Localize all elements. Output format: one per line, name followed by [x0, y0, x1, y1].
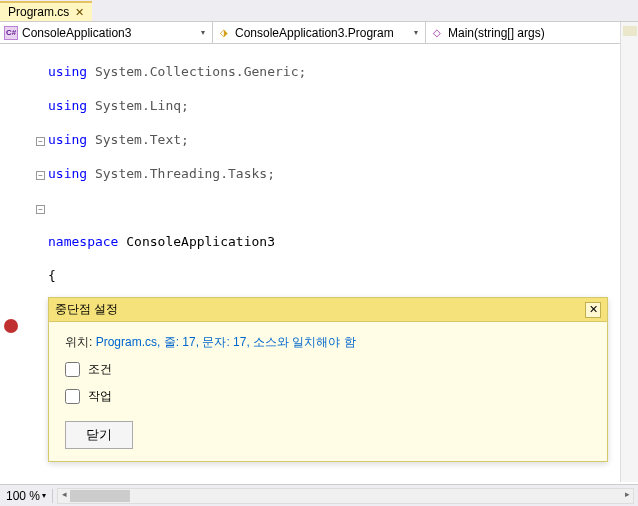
- close-icon[interactable]: ✕: [75, 6, 84, 19]
- condition-checkbox-row[interactable]: 조건: [65, 361, 591, 378]
- horizontal-scrollbar[interactable]: ◂ ▸: [57, 488, 634, 504]
- editor-gutter: − − −: [0, 44, 48, 484]
- code-text: System.Linq;: [87, 98, 189, 113]
- scroll-left-arrow[interactable]: ◂: [58, 489, 70, 503]
- tab-bar: Program.cs ✕: [0, 0, 638, 22]
- breakpoint-settings-panel: 중단점 설정 ✕ 위치: Program.cs, 줄: 17, 문자: 17, …: [48, 297, 608, 462]
- nav-class-label: ConsoleApplication3.Program: [235, 26, 394, 40]
- ruler-mark: [623, 26, 637, 36]
- scrollbar-thumb[interactable]: [70, 490, 130, 502]
- code-text: System.Text;: [87, 132, 189, 147]
- zoom-dropdown[interactable]: 100 % ▾: [0, 489, 53, 503]
- code-text: System.Threading.Tasks;: [87, 166, 275, 181]
- tab-label: Program.cs: [8, 5, 69, 19]
- chevron-down-icon: ▾: [42, 491, 46, 500]
- breakpoint-location: 위치: Program.cs, 줄: 17, 문자: 17, 소스와 일치해야 …: [65, 334, 591, 351]
- code-keyword: using: [48, 64, 87, 79]
- action-label: 작업: [88, 388, 112, 405]
- condition-checkbox[interactable]: [65, 362, 80, 377]
- csharp-icon: C#: [4, 26, 18, 40]
- fold-toggle[interactable]: −: [36, 137, 45, 146]
- code-keyword: namespace: [48, 234, 118, 249]
- status-bar: 100 % ▾ ◂ ▸: [0, 484, 638, 506]
- method-icon: ◇: [430, 26, 444, 40]
- scroll-right-arrow[interactable]: ▸: [621, 489, 633, 503]
- code-text: ConsoleApplication3: [118, 234, 275, 249]
- condition-label: 조건: [88, 361, 112, 378]
- nav-project[interactable]: C# ConsoleApplication3 ▾: [0, 22, 213, 43]
- chevron-down-icon[interactable]: ▾: [198, 28, 208, 37]
- breakpoint-icon[interactable]: [4, 319, 18, 333]
- panel-title: 중단점 설정: [55, 301, 118, 318]
- nav-bar: C# ConsoleApplication3 ▾ ⬗ ConsoleApplic…: [0, 22, 638, 44]
- fold-toggle[interactable]: −: [36, 171, 45, 180]
- action-checkbox-row[interactable]: 작업: [65, 388, 591, 405]
- code-keyword: using: [48, 132, 87, 147]
- overview-ruler[interactable]: [620, 22, 638, 482]
- file-tab[interactable]: Program.cs ✕: [0, 1, 92, 21]
- chevron-down-icon[interactable]: ▾: [411, 28, 421, 37]
- location-label: 위치:: [65, 335, 92, 349]
- fold-toggle[interactable]: −: [36, 205, 45, 214]
- nav-method-label: Main(string[] args): [448, 26, 545, 40]
- zoom-level: 100 %: [6, 489, 40, 503]
- nav-class[interactable]: ⬗ ConsoleApplication3.Program ▾: [213, 22, 426, 43]
- close-button[interactable]: 닫기: [65, 421, 133, 449]
- panel-titlebar: 중단점 설정 ✕: [49, 298, 607, 322]
- nav-project-label: ConsoleApplication3: [22, 26, 131, 40]
- code-text: System.Collections.Generic;: [87, 64, 306, 79]
- close-icon[interactable]: ✕: [585, 302, 601, 318]
- code-keyword: using: [48, 166, 87, 181]
- class-icon: ⬗: [217, 26, 231, 40]
- action-checkbox[interactable]: [65, 389, 80, 404]
- location-value: Program.cs, 줄: 17, 문자: 17, 소스와 일치해야 함: [96, 335, 356, 349]
- code-text: {: [48, 267, 638, 284]
- nav-method[interactable]: ◇ Main(string[] args) ▾: [426, 22, 638, 43]
- code-keyword: using: [48, 98, 87, 113]
